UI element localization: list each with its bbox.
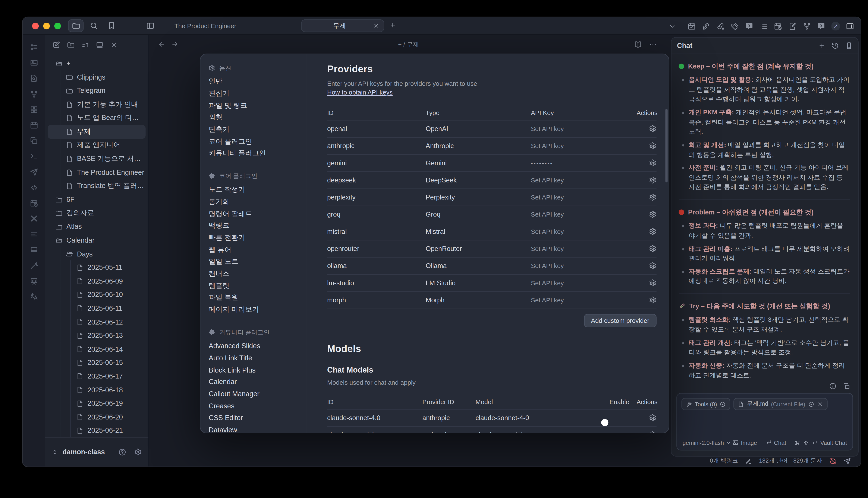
help-icon[interactable] bbox=[118, 448, 126, 456]
message-code-icon[interactable] bbox=[745, 22, 754, 30]
settings-nav-item[interactable]: 빠른 전환기 bbox=[208, 232, 301, 244]
api-key-masked[interactable]: •••••••• bbox=[531, 160, 637, 166]
tree-item[interactable]: Clippings bbox=[48, 70, 146, 84]
settings-nav-item[interactable]: 외형 bbox=[208, 112, 301, 123]
message-code-icon[interactable] bbox=[817, 22, 825, 30]
set-api-key-button[interactable]: Set API key bbox=[531, 126, 637, 132]
presentation-icon[interactable] bbox=[30, 277, 38, 285]
image-icon[interactable] bbox=[30, 59, 38, 67]
tree-item[interactable]: BASE 기능으로 서재 구성하기 bbox=[48, 152, 146, 166]
api-keys-link[interactable]: How to obtain API keys bbox=[327, 89, 393, 95]
backlink-count[interactable]: 0개 백링크 bbox=[710, 457, 738, 465]
settings-nav-item[interactable]: 백링크 bbox=[208, 220, 301, 232]
tree-item[interactable]: 2025-06-12 bbox=[48, 315, 146, 329]
settings-nav-item[interactable]: Advanced Slides bbox=[208, 340, 301, 352]
tree-item[interactable]: 기본 기능 추가 안내 bbox=[48, 98, 146, 112]
frame-bottom-icon[interactable] bbox=[96, 41, 103, 49]
file-search-icon[interactable] bbox=[30, 74, 38, 82]
settings-nav-item[interactable]: 웹 뷰어 bbox=[208, 244, 301, 256]
tree-item[interactable]: The Product Engineer bbox=[48, 166, 146, 180]
tree-item[interactable]: Telegram bbox=[48, 84, 146, 98]
settings-gear-icon[interactable] bbox=[649, 125, 656, 132]
settings-gear-icon[interactable] bbox=[649, 159, 656, 167]
code-percent-icon[interactable] bbox=[30, 183, 38, 192]
settings-gear-icon[interactable] bbox=[649, 431, 656, 433]
tree-item[interactable]: 6F bbox=[48, 193, 146, 207]
settings-gear-icon[interactable] bbox=[649, 211, 656, 218]
settings-nav-item[interactable]: 커뮤니티 플러그인 bbox=[208, 148, 301, 160]
set-api-key-button[interactable]: Set API key bbox=[531, 262, 637, 269]
more-options-icon[interactable] bbox=[649, 40, 657, 49]
chat-input[interactable]: Tools (0) 무제.md (Current File) bbox=[676, 393, 853, 450]
align-left-icon[interactable] bbox=[30, 230, 38, 238]
bookmark-button[interactable] bbox=[104, 19, 119, 32]
settings-nav-item[interactable]: 파일 복원 bbox=[208, 292, 301, 304]
git-fork-icon[interactable] bbox=[30, 90, 38, 98]
settings-gear-icon[interactable] bbox=[649, 279, 656, 287]
calendar-check-icon[interactable] bbox=[688, 22, 696, 30]
settings-nav-item[interactable]: 템플릿 bbox=[208, 280, 301, 292]
link-arrow-in-icon[interactable] bbox=[702, 22, 710, 30]
back-icon[interactable] bbox=[158, 40, 166, 48]
tree-item[interactable]: 무제 bbox=[48, 125, 146, 139]
model-selector[interactable]: gemini-2.0-flash bbox=[682, 439, 731, 446]
tree-item[interactable]: 2025-06-21 bbox=[48, 424, 146, 437]
set-api-key-button[interactable]: Set API key bbox=[531, 297, 637, 303]
settings-nav-item[interactable]: 명령어 팔레트 bbox=[208, 208, 301, 220]
set-api-key-button[interactable]: Set API key bbox=[531, 280, 637, 286]
frame-icon[interactable] bbox=[30, 246, 38, 254]
settings-gear-icon[interactable] bbox=[649, 142, 656, 150]
folder-button[interactable] bbox=[68, 19, 84, 32]
remove-file-icon[interactable] bbox=[817, 401, 823, 407]
settings-nav-item[interactable]: 캔버스 bbox=[208, 268, 301, 280]
copy-icon[interactable] bbox=[843, 383, 850, 390]
settings-gear-icon[interactable] bbox=[649, 414, 656, 422]
tree-item[interactable]: 2025-06-20 bbox=[48, 410, 146, 424]
settings-nav-item[interactable]: Calendar bbox=[208, 376, 301, 388]
tree-item[interactable]: 2025-06-13 bbox=[48, 329, 146, 342]
tree-item[interactable]: Translate 번역 플러그인 사... bbox=[48, 179, 146, 193]
tree-item[interactable]: 2025-06-17 bbox=[48, 369, 146, 383]
settings-nav-item[interactable]: Block Link Plus bbox=[208, 364, 301, 376]
tree-item[interactable]: 강의자료 bbox=[48, 207, 146, 220]
new-chat-icon[interactable] bbox=[818, 42, 825, 49]
new-tab-button[interactable] bbox=[389, 21, 396, 31]
tags-icon[interactable] bbox=[731, 22, 739, 30]
settings-gear-icon[interactable] bbox=[649, 176, 656, 184]
sync-off-icon[interactable] bbox=[829, 457, 837, 465]
set-api-key-button[interactable]: Set API key bbox=[531, 211, 637, 218]
reading-view-icon[interactable] bbox=[634, 40, 642, 49]
tools-chip[interactable]: Tools (0) bbox=[681, 398, 730, 410]
settings-nav-item[interactable]: Auto Link Title bbox=[208, 352, 301, 364]
settings-nav-item[interactable]: Dataview bbox=[208, 424, 301, 433]
settings-gear-icon[interactable] bbox=[649, 245, 656, 253]
settings-nav-item[interactable]: 코어 플러그인 bbox=[208, 136, 301, 148]
settings-nav-item[interactable]: 페이지 미리보기 bbox=[208, 304, 301, 316]
settings-nav-item[interactable]: Callout Manager bbox=[208, 388, 301, 400]
file-pen-icon[interactable] bbox=[788, 22, 797, 30]
calendar-clock-icon[interactable] bbox=[30, 199, 38, 207]
tree-item[interactable]: 2025-06-09 bbox=[48, 274, 146, 288]
tree-item[interactable]: 2025-06-14 bbox=[48, 342, 146, 356]
settings-gear-icon[interactable] bbox=[649, 296, 656, 304]
edit-mode-icon[interactable] bbox=[745, 458, 752, 464]
info-icon[interactable] bbox=[829, 383, 837, 390]
settings-nav-item[interactable]: 파일 및 링크 bbox=[208, 100, 301, 112]
forward-icon[interactable] bbox=[171, 40, 179, 48]
image-button[interactable]: Image bbox=[732, 439, 757, 446]
send-icon[interactable] bbox=[30, 168, 38, 176]
tree-item[interactable]: 제품 엔지니어 bbox=[48, 139, 146, 152]
settings-nav-item[interactable]: Creases bbox=[208, 400, 301, 412]
languages-icon[interactable] bbox=[30, 292, 38, 301]
tree-item[interactable]: + bbox=[48, 57, 146, 70]
list-checks-icon[interactable] bbox=[30, 43, 38, 51]
vault-chat-button[interactable]: Vault Chat bbox=[794, 439, 847, 446]
modal-scrollbar[interactable] bbox=[665, 109, 667, 182]
settings-gear-icon[interactable] bbox=[649, 262, 656, 270]
chat-send-button[interactable]: Chat bbox=[765, 439, 786, 446]
copy-icon[interactable] bbox=[30, 136, 38, 145]
tree-item[interactable]: 2025-06-15 bbox=[48, 356, 146, 369]
settings-nav-item[interactable]: 일일 노트 bbox=[208, 256, 301, 268]
tree-item[interactable]: 2025-05-11 bbox=[48, 261, 146, 274]
settings-gear-icon[interactable] bbox=[649, 228, 656, 235]
